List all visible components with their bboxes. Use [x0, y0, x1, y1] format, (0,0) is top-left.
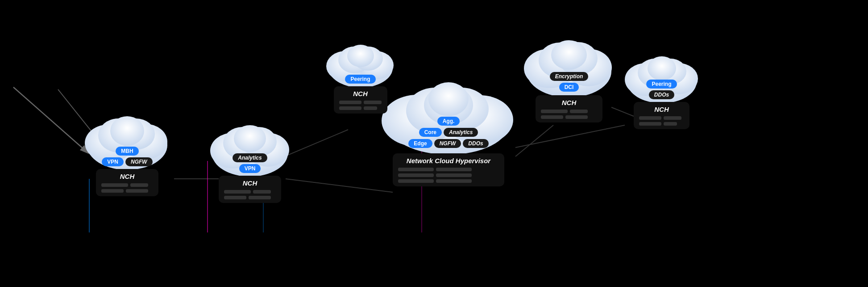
badge-dci: DCI: [559, 83, 579, 92]
nch-box-3: NCH: [334, 86, 387, 114]
svg-point-18: [110, 116, 144, 146]
node-4: Agg. Core Analytics Edge NGFW DDOs Netwo…: [375, 72, 522, 186]
node-6: Peering DDOs NCH: [620, 47, 703, 129]
nch-title-4: Network Cloud Hypervisor: [398, 157, 499, 165]
cloud-2: Analytics VPN: [203, 114, 297, 177]
nch-title-2: NCH: [224, 179, 276, 187]
badge-ngfw-1: NGFW: [125, 157, 153, 166]
nch-box-6: NCH: [634, 102, 689, 129]
svg-point-43: [551, 40, 587, 70]
badge-vpn-2: VPN: [239, 164, 261, 173]
svg-point-24: [234, 125, 266, 152]
cloud-3: Peering: [321, 36, 399, 87]
svg-line-8: [13, 87, 87, 152]
badge-vpn-1: VPN: [102, 157, 124, 166]
cloud-1: MBH VPN NGFW: [78, 105, 176, 170]
badge-mbh: MBH: [116, 147, 138, 156]
badge-peering-2: Peering: [646, 80, 677, 89]
nch-box-1: NCH: [96, 169, 158, 196]
nch-box-4: Network Cloud Hypervisor: [393, 153, 504, 186]
badge-analytics-1: Analytics: [233, 153, 267, 162]
badge-ngfw-2: NGFW: [434, 139, 461, 148]
svg-line-6: [515, 125, 625, 148]
cloud-4: Agg. Core Analytics Edge NGFW DDOs: [375, 72, 522, 154]
badge-edge: Edge: [408, 139, 432, 148]
nch-title-6: NCH: [639, 106, 684, 113]
badge-ddos-2: DDOs: [649, 90, 674, 99]
badge-analytics-2: Analytics: [444, 128, 478, 137]
nch-title-5: NCH: [541, 99, 597, 106]
svg-point-49: [648, 56, 676, 80]
svg-point-30: [347, 45, 374, 67]
nch-box-5: NCH: [536, 95, 602, 122]
badge-ddos-1: DDOs: [463, 139, 488, 148]
cloud-6: Peering DDOs: [620, 47, 703, 103]
badge-agg: Agg.: [437, 117, 460, 126]
badge-encryption: Encryption: [550, 72, 589, 81]
nch-title-1: NCH: [101, 173, 153, 180]
badge-peering-1: Peering: [345, 75, 375, 84]
node-2: Analytics VPN NCH: [203, 114, 297, 203]
diagram-container: MBH VPN NGFW NCH: [0, 0, 868, 287]
badge-core: Core: [419, 128, 442, 137]
svg-point-37: [428, 82, 469, 116]
node-1: MBH VPN NGFW NCH: [78, 105, 176, 196]
nch-box-2: NCH: [219, 176, 281, 203]
nch-title-3: NCH: [339, 90, 382, 97]
node-5: Encryption DCI NCH: [518, 29, 620, 122]
cloud-5: Encryption DCI: [518, 29, 620, 96]
